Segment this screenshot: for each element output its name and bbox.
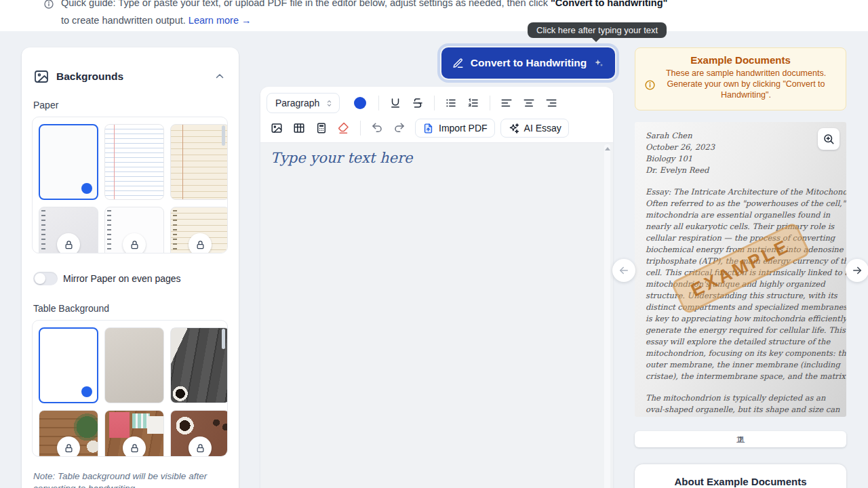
insert-formula-button[interactable] xyxy=(311,119,332,138)
handwritten-line: distinct compartments and specialized me… xyxy=(646,302,846,313)
editor-scrollbar[interactable] xyxy=(604,144,610,488)
scroll-up-arrow-icon xyxy=(605,147,610,150)
paper-thumb-grid xyxy=(33,117,227,253)
lock-icon xyxy=(123,233,146,253)
info-icon xyxy=(644,79,656,91)
underline-button[interactable] xyxy=(385,94,406,113)
lock-icon xyxy=(57,233,80,253)
paragraph-select-value: Paragraph xyxy=(275,98,319,108)
align-right-button[interactable] xyxy=(541,94,561,113)
toolbar-divider xyxy=(434,96,435,110)
vintage-lined-paper-thumbnail[interactable] xyxy=(170,124,228,200)
text-editor[interactable]: Type your text here xyxy=(260,142,613,488)
lock-icon xyxy=(189,233,212,253)
beige-surface-table-thumbnail[interactable] xyxy=(104,327,164,403)
table-background-note: Note: Table background will be visible a… xyxy=(33,470,227,488)
mirror-paper-toggle[interactable] xyxy=(33,272,58,285)
zoom-in-button[interactable] xyxy=(818,128,840,150)
example-documents-info-card: Example Documents These are sample handw… xyxy=(635,47,846,110)
convert-tooltip: Click here after typing your text xyxy=(528,22,667,38)
spiral-notebook-white-thumbnail[interactable] xyxy=(104,207,164,253)
about-example-documents-card[interactable]: About Example Documents xyxy=(635,464,846,488)
handwritten-line: mitochondria are essential organelles fo… xyxy=(646,209,846,221)
handwritten-line: Biology 101 xyxy=(646,153,846,165)
undo-button[interactable] xyxy=(367,119,387,138)
quick-guide-prefix: Quick guide: Type or paste your text, or… xyxy=(61,0,551,8)
backgrounds-panel: Backgrounds Paper Mirror Paper on even p… xyxy=(22,47,239,488)
blank-white-paper-thumbnail[interactable] xyxy=(39,124,98,200)
convert-highlight: "Convert to handwriting" xyxy=(551,0,667,8)
handwritten-line: mitochondrion, focusing on its key compo… xyxy=(646,348,846,359)
handwritten-line: cristae), the intermembrane space, and t… xyxy=(646,371,846,382)
lock-icon xyxy=(189,436,212,457)
quick-guide-suffix: to create handwritten output. xyxy=(61,15,186,26)
example-documents-title: Example Documents xyxy=(635,54,846,66)
handwritten-line: is key to appreciating how mitochondria … xyxy=(646,313,846,325)
convert-to-handwriting-button[interactable]: Convert to Handwriting xyxy=(441,47,615,79)
insert-table-button[interactable] xyxy=(289,119,309,138)
spiral-notebook-gray-thumbnail[interactable] xyxy=(39,207,98,253)
ai-essay-label: AI Essay xyxy=(524,123,561,134)
quick-guide-line-1: Quick guide: Type or paste your text, or… xyxy=(61,0,667,12)
quick-guide-bar: Quick guide: Type or paste your text, or… xyxy=(0,0,868,31)
sparkles-icon xyxy=(508,123,519,134)
dark-wood-desk-table-thumbnail[interactable] xyxy=(170,327,228,403)
next-document-button[interactable] xyxy=(846,259,868,282)
wood-plant-desk-table-thumbnail[interactable] xyxy=(39,410,98,457)
convert-button-label: Convert to Handwriting xyxy=(471,57,587,69)
insert-image-button[interactable] xyxy=(267,119,287,138)
handwritten-line: October 26, 2023 xyxy=(646,142,846,153)
example-document-preview[interactable]: Sarah ChenOctober 26, 2023Biology 101Dr.… xyxy=(635,122,846,417)
toolbar-divider xyxy=(490,96,490,110)
editor-toolbar: Paragraph xyxy=(260,87,613,138)
paper-grid-scrollbar[interactable] xyxy=(222,125,225,146)
align-center-button[interactable] xyxy=(519,94,539,113)
line-gap xyxy=(646,176,846,186)
toolbar-row-1: Paragraph xyxy=(267,93,607,113)
about-example-documents-title: About Example Documents xyxy=(635,476,846,487)
line-gap xyxy=(646,382,846,392)
coffee-glasses-desk-table-thumbnail[interactable] xyxy=(170,410,228,457)
pink-stationery-desk-table-thumbnail[interactable] xyxy=(104,410,164,457)
handwritten-line: cellular respiration — the process of co… xyxy=(646,232,846,244)
selected-indicator-dot xyxy=(81,183,92,194)
paper-thumb-grid-box xyxy=(32,117,228,253)
spiral-notebook-cream-thumbnail[interactable] xyxy=(170,207,228,253)
pagination-page-11[interactable]: 11 xyxy=(635,431,846,447)
eraser-button[interactable] xyxy=(334,119,354,138)
import-pdf-button[interactable]: Import PDF xyxy=(415,119,495,138)
paragraph-style-select[interactable]: Paragraph xyxy=(267,93,340,113)
pagination: 12…11 xyxy=(635,431,846,451)
lock-icon xyxy=(57,436,80,457)
mirror-paper-toggle-row: Mirror Paper on even pages xyxy=(33,272,227,285)
handwritten-line: essay will explore the detailed structur… xyxy=(646,336,846,348)
plain-white-table-thumbnail[interactable] xyxy=(39,327,98,403)
backgrounds-header[interactable]: Backgrounds xyxy=(33,68,227,85)
numbered-list-button[interactable] xyxy=(463,94,484,113)
align-left-button[interactable] xyxy=(496,94,517,113)
selected-indicator-dot xyxy=(81,386,92,397)
toggle-knob xyxy=(35,273,45,284)
toolbar-row-2: Import PDF AI Essay xyxy=(267,118,607,138)
handwritten-line: oval-shaped organelle, but its shape and… xyxy=(646,404,846,415)
previous-document-button[interactable] xyxy=(612,259,635,282)
table-thumb-grid xyxy=(33,321,227,457)
handwritten-line: generate the energy required for cellula… xyxy=(646,325,846,336)
chevron-up-icon[interactable] xyxy=(214,70,227,83)
image-icon xyxy=(33,68,50,85)
ruled-notebook-paper-thumbnail[interactable] xyxy=(104,124,164,200)
handwritten-line: The mitochondrion is typically depicted … xyxy=(646,392,846,404)
learn-more-link[interactable]: Learn more → xyxy=(189,15,252,26)
handwritten-line: outer membrane, the inner membrane (incl… xyxy=(646,359,846,371)
ink-color-picker[interactable] xyxy=(354,97,366,109)
toolbar-divider xyxy=(378,96,379,110)
strikethrough-button[interactable] xyxy=(408,94,428,113)
bullet-list-button[interactable] xyxy=(441,94,461,113)
handwritten-line: Sarah Chen xyxy=(646,130,846,142)
redo-button[interactable] xyxy=(389,119,410,138)
table-grid-scrollbar[interactable] xyxy=(222,329,225,349)
mirror-paper-toggle-label: Mirror Paper on even pages xyxy=(63,273,181,284)
ai-essay-button[interactable]: AI Essay xyxy=(500,119,569,138)
table-background-section-label: Table Background xyxy=(33,303,227,314)
toolbar-divider xyxy=(360,121,361,136)
